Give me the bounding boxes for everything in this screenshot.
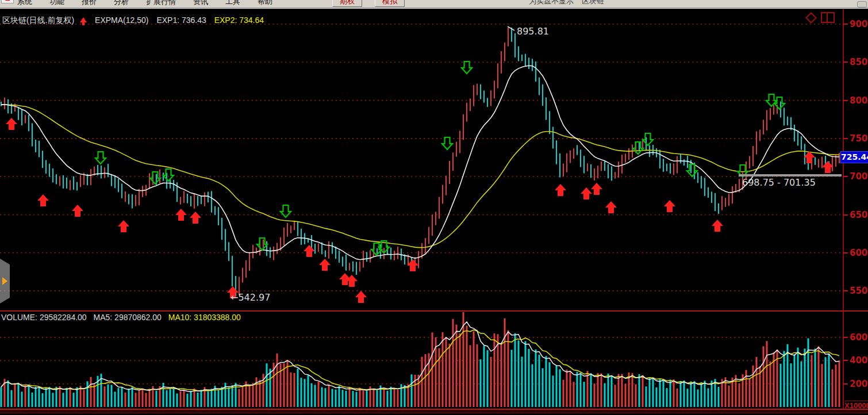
- menu-item[interactable]: 扩展行情: [146, 0, 176, 7]
- main-gridlines: [0, 24, 842, 291]
- low-annotation: ←542.97: [231, 292, 270, 303]
- volume-value: VOLUME: 29582284.00: [1, 313, 87, 322]
- menubar-status-text: 为实盘不显示: [529, 0, 574, 6]
- volume-ma10-value: MA10: 31803388.00: [168, 313, 241, 322]
- menu-item-hot-2[interactable]: 模拟: [375, 0, 405, 7]
- volume-gridlines: [0, 337, 842, 384]
- axis-tick: [843, 252, 848, 253]
- indicator-label: EXPMA(12,50): [95, 16, 148, 25]
- axis-tick: [843, 138, 848, 139]
- axis-tick: [843, 214, 848, 216]
- axis-tick-label: 850: [850, 57, 868, 67]
- volume-axis-tick-label: 200: [850, 379, 868, 389]
- axis-tick: [843, 62, 848, 63]
- volume-axis-tick-label: 600: [850, 332, 868, 343]
- menu-item[interactable]: 功能: [49, 0, 64, 7]
- volume-axis-tick: [843, 383, 848, 385]
- panel-separator: [0, 310, 868, 312]
- last-price-tag: 725.44: [840, 151, 868, 163]
- volume-axis-tick-label: 400: [850, 355, 868, 366]
- axis-tick-label: 800: [850, 95, 868, 106]
- sell-signal-arrows: [95, 62, 785, 255]
- volume-bars: [1, 312, 840, 407]
- stock-title: 区块链(日线.前复权): [2, 16, 74, 25]
- exp1-value: EXP1: 736.43: [156, 16, 206, 25]
- expand-arrow-icon: [2, 277, 7, 285]
- buy-signal-arrows: [6, 118, 834, 303]
- chart-legend: 区块链(日线.前复权) EXPMA(12,50) EXP1: 736.43 EX…: [2, 16, 270, 26]
- app-logo-icon[interactable]: ◢: [1, 0, 14, 3]
- volume-axis-tick: [843, 337, 848, 338]
- range-annotation: 698.75 - 701.35: [742, 177, 816, 188]
- high-annotation: 895.81: [517, 26, 549, 37]
- axis-tick-label: 550: [850, 286, 868, 296]
- volume-ma5-value: MA5: 29870862.00: [94, 313, 162, 322]
- axis-tick-label: 600: [850, 248, 868, 258]
- up-arrow-icon: [80, 17, 87, 22]
- axis-tick: [843, 176, 848, 177]
- axis-tick-label: 700: [850, 171, 868, 182]
- axis-tick-label: 900: [850, 19, 868, 29]
- menubar-stock-badge: 区块链: [582, 0, 604, 6]
- menu-item[interactable]: 分析: [114, 0, 129, 7]
- candles: [1, 28, 840, 297]
- trading-app-window: ◢ 系统功能报价分析扩展行情资讯工具帮助 期权 模拟 为实盘不显示 区块链 区块…: [0, 0, 868, 415]
- main-candlestick-chart[interactable]: 895.81←542.97698.75 - 701.35: [0, 9, 843, 310]
- menu-item[interactable]: 工具: [225, 0, 240, 7]
- exp2-value: EXP2: 734.64: [214, 16, 264, 25]
- menu-item[interactable]: 帮助: [258, 0, 272, 7]
- menubar: ◢ 系统功能报价分析扩展行情资讯工具帮助 期权 模拟 为实盘不显示 区块链: [0, 0, 868, 7]
- axis-tick-label: 750: [850, 133, 868, 144]
- menu-item-hot-1[interactable]: 期权: [332, 0, 362, 7]
- menu-item[interactable]: 资讯: [193, 0, 208, 7]
- sidebar-slide-tab[interactable]: [0, 259, 10, 303]
- volume-axis-tick: [843, 360, 848, 361]
- axis-tick: [843, 24, 848, 25]
- bottom-border: [0, 409, 868, 415]
- range-line: [739, 174, 842, 176]
- price-axis: [843, 9, 844, 409]
- volume-chart[interactable]: [0, 312, 843, 409]
- menubar-items: 系统功能报价分析扩展行情资讯工具帮助: [0, 0, 272, 6]
- axis-tick: [843, 100, 848, 101]
- volume-legend: VOLUME: 29582284.00 MA5: 29870862.00 MA1…: [1, 313, 245, 322]
- menu-item[interactable]: 系统: [17, 0, 32, 7]
- menubar-widget[interactable]: [857, 1, 867, 7]
- menu-item[interactable]: 报价: [82, 0, 97, 7]
- axis-tick-label: 650: [850, 210, 868, 220]
- axis-tick: [843, 290, 848, 291]
